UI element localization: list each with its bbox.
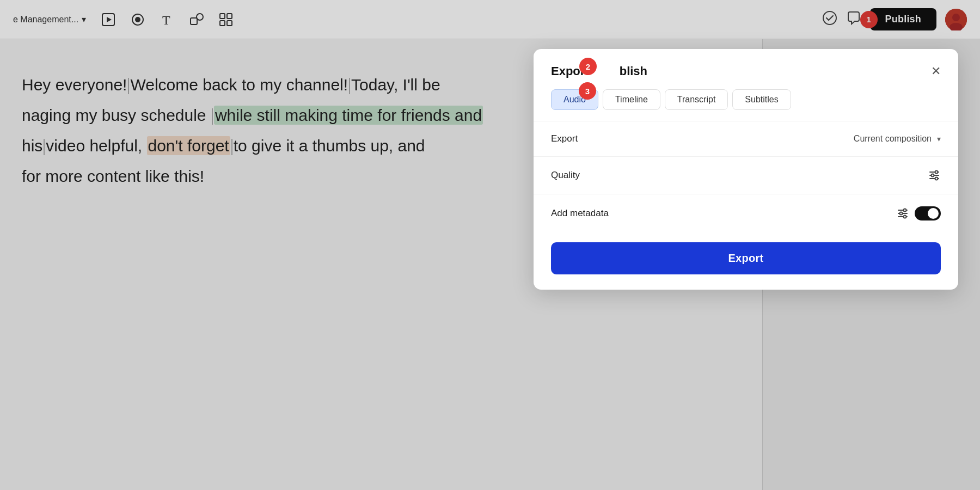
close-button[interactable]: ✕: [931, 65, 941, 77]
quality-settings[interactable]: [928, 169, 941, 182]
modal-title-suffix: blish: [620, 64, 647, 78]
metadata-row: Add metadata: [534, 194, 958, 232]
export-button[interactable]: Export: [551, 242, 941, 274]
export-row: Export Current composition ▾: [534, 121, 958, 156]
metadata-settings-icon[interactable]: [896, 207, 909, 220]
tab-timeline[interactable]: Timeline: [603, 89, 660, 110]
svg-point-26: [904, 216, 906, 218]
svg-point-25: [900, 212, 903, 215]
modal-title-wrap: Export 2 blish: [551, 64, 647, 78]
modal-tabs: Audio 3 Timeline Transcript Subtitles: [534, 89, 958, 121]
step-2-badge: 2: [579, 58, 597, 75]
export-modal: Export 2 blish ✕ Audio 3 Timeline Transc…: [534, 49, 958, 290]
tab-audio[interactable]: Audio 3: [551, 89, 598, 110]
quality-label: Quality: [551, 170, 580, 181]
step-3-badge: 3: [579, 82, 596, 100]
modal-overlay: Export 2 blish ✕ Audio 3 Timeline Transc…: [0, 0, 980, 490]
export-label: Export: [551, 133, 578, 144]
metadata-controls: [896, 206, 941, 220]
metadata-label: Add metadata: [551, 208, 609, 219]
export-value[interactable]: Current composition ▾: [854, 134, 941, 144]
tab-transcript[interactable]: Transcript: [665, 89, 728, 110]
metadata-toggle[interactable]: [915, 206, 941, 220]
tab-subtitles[interactable]: Subtitles: [732, 89, 791, 110]
modal-header: Export 2 blish ✕: [534, 49, 958, 89]
export-dropdown-text: Current composition: [854, 134, 932, 144]
svg-point-18: [935, 171, 938, 174]
tab-timeline-label: Timeline: [615, 95, 648, 104]
modal-footer: Export: [534, 232, 958, 290]
svg-point-20: [935, 177, 938, 180]
svg-point-24: [904, 209, 906, 212]
tab-subtitles-label: Subtitles: [745, 95, 778, 104]
settings-sliders-icon: [928, 169, 941, 182]
chevron-down-icon: ▾: [937, 134, 941, 143]
svg-point-19: [932, 174, 934, 177]
quality-row: Quality: [534, 156, 958, 194]
tab-transcript-label: Transcript: [677, 95, 716, 104]
